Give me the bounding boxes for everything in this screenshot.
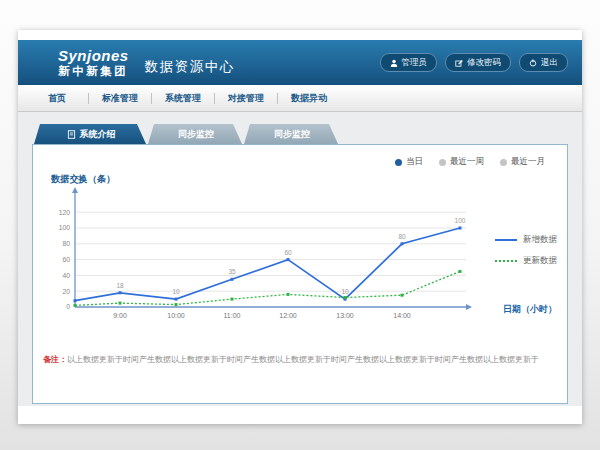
user-actions: 管理员修改密码退出 bbox=[380, 53, 569, 72]
app-window: Synjones 新中新集团 数据资源中心 管理员修改密码退出 首页标准管理系统… bbox=[18, 30, 582, 424]
footnote-text: 以上数据更新于时间产生数据以上数据更新于时间产生数据以上数据更新于时间产生数据以… bbox=[67, 355, 539, 364]
tab-bar: 系统介绍同步监控同步监控 bbox=[34, 124, 568, 144]
user-icon bbox=[390, 59, 398, 67]
svg-text:11:00: 11:00 bbox=[224, 312, 241, 319]
power-icon bbox=[529, 59, 537, 67]
nav-item-2[interactable]: 标准管理 bbox=[89, 92, 151, 105]
legend-label: 新增数据 bbox=[523, 234, 557, 246]
radio-label: 当日 bbox=[406, 156, 423, 168]
legend-line-sample bbox=[495, 260, 517, 262]
radio-option-2[interactable]: 最近一周 bbox=[439, 156, 484, 168]
footnote-prefix: 备注： bbox=[43, 355, 67, 364]
svg-text:35: 35 bbox=[228, 268, 236, 275]
logout-label: 退出 bbox=[541, 57, 558, 69]
radio-label: 最近一周 bbox=[450, 156, 484, 168]
radio-dot bbox=[500, 159, 507, 166]
svg-text:20: 20 bbox=[62, 288, 70, 295]
tab-label: 同步监控 bbox=[274, 128, 310, 141]
svg-text:9:00: 9:00 bbox=[113, 312, 127, 319]
nav-item-3[interactable]: 系统管理 bbox=[152, 92, 214, 105]
svg-text:18: 18 bbox=[116, 282, 124, 289]
tab-3[interactable]: 同步监控 bbox=[244, 124, 338, 144]
company-logo[interactable]: Synjones 新中新集团 bbox=[58, 47, 129, 77]
change-password-button[interactable]: 修改密码 bbox=[445, 53, 511, 72]
legend-label: 更新数据 bbox=[523, 255, 557, 267]
nav-item-1[interactable]: 首页 bbox=[26, 92, 88, 105]
user-button[interactable]: 管理员 bbox=[380, 53, 438, 72]
logout-button[interactable]: 退出 bbox=[519, 53, 568, 72]
radio-dot bbox=[395, 159, 402, 166]
window-bottom-strip bbox=[18, 406, 582, 424]
legend-item-2: 更新数据 bbox=[495, 255, 557, 267]
svg-text:80: 80 bbox=[62, 240, 70, 247]
window-top-strip bbox=[18, 30, 582, 40]
legend-line-sample bbox=[495, 239, 517, 241]
svg-text:10:00: 10:00 bbox=[167, 312, 185, 319]
content-area: 系统介绍同步监控同步监控 当日最近一周最近一月 数据交换（条）020406080… bbox=[18, 112, 582, 406]
app-header: Synjones 新中新集团 数据资源中心 管理员修改密码退出 bbox=[18, 40, 582, 85]
svg-text:数据交换（条）: 数据交换（条） bbox=[50, 173, 115, 184]
svg-text:60: 60 bbox=[62, 256, 70, 263]
nav-item-5[interactable]: 数据异动 bbox=[278, 92, 340, 105]
svg-text:80: 80 bbox=[398, 233, 406, 240]
chart-legend: 新增数据更新数据 bbox=[495, 234, 557, 267]
svg-text:100: 100 bbox=[455, 217, 466, 224]
change-password-label: 修改密码 bbox=[467, 57, 501, 69]
tab-2[interactable]: 同步监控 bbox=[148, 124, 242, 144]
desktop-background: Synjones 新中新集团 数据资源中心 管理员修改密码退出 首页标准管理系统… bbox=[0, 0, 600, 450]
svg-text:10: 10 bbox=[341, 288, 349, 295]
radio-dot bbox=[439, 159, 446, 166]
svg-text:14:00: 14:00 bbox=[393, 312, 411, 319]
radio-option-1[interactable]: 当日 bbox=[395, 156, 423, 168]
nav-item-4[interactable]: 对接管理 bbox=[215, 92, 277, 105]
page-title: 数据资源中心 bbox=[145, 50, 235, 76]
logo-text-cn: 新中新集团 bbox=[58, 65, 129, 78]
tab-label: 同步监控 bbox=[178, 128, 214, 141]
logo-text-en: Synjones bbox=[58, 47, 129, 64]
svg-text:10: 10 bbox=[172, 288, 180, 295]
x-axis-title: 日期（小时） bbox=[503, 303, 557, 316]
svg-text:12:00: 12:00 bbox=[279, 312, 297, 319]
footnote: 备注：以上数据更新于时间产生数据以上数据更新于时间产生数据以上数据更新于时间产生… bbox=[33, 354, 567, 365]
tab-1[interactable]: 系统介绍 bbox=[34, 124, 146, 144]
line-chart-svg: 数据交换（条）0204060801001209:0010:0011:0012:0… bbox=[39, 172, 499, 332]
chart-block: 数据交换（条）0204060801001209:0010:0011:0012:0… bbox=[33, 172, 567, 332]
svg-text:120: 120 bbox=[59, 209, 71, 216]
time-range-filter: 当日最近一周最近一月 bbox=[33, 145, 567, 170]
radio-option-3[interactable]: 最近一月 bbox=[500, 156, 545, 168]
legend-item-1: 新增数据 bbox=[495, 234, 557, 246]
user-label: 管理员 bbox=[402, 57, 428, 69]
svg-text:40: 40 bbox=[62, 272, 70, 279]
radio-label: 最近一月 bbox=[511, 156, 545, 168]
chart-panel: 当日最近一周最近一月 数据交换（条）0204060801001209:0010:… bbox=[32, 144, 568, 404]
line-chart: 数据交换（条）0204060801001209:0010:0011:0012:0… bbox=[39, 172, 567, 336]
svg-text:100: 100 bbox=[59, 224, 71, 231]
svg-text:0: 0 bbox=[66, 303, 70, 310]
svg-text:60: 60 bbox=[284, 249, 292, 256]
edit-icon bbox=[455, 59, 463, 67]
main-nav: 首页标准管理系统管理对接管理数据异动 bbox=[18, 85, 582, 112]
tab-label: 系统介绍 bbox=[80, 128, 116, 141]
document-icon bbox=[67, 130, 76, 139]
svg-text:13:00: 13:00 bbox=[336, 312, 354, 319]
